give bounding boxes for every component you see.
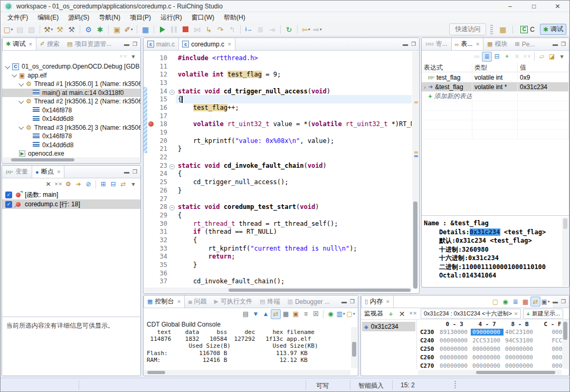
gutter-line-35[interactable] — [147, 261, 155, 269]
expander-icon[interactable] — [18, 81, 24, 87]
pin-memory-icon[interactable]: ◉ — [500, 297, 510, 307]
memory-cell[interactable]: 00000000 — [471, 354, 504, 361]
back-icon[interactable]: ⇦▾ — [300, 24, 311, 35]
memory-cell[interactable]: FCC5 — [536, 337, 562, 344]
remove-breakpoint-icon[interactable]: ✕ — [43, 179, 53, 189]
maximize-view-icon[interactable]: ❐ — [132, 41, 137, 47]
maximize-view-icon[interactable]: ❐ — [561, 299, 566, 304]
word-wrap-icon[interactable]: ≡ — [301, 309, 311, 319]
memory-cell[interactable]: 00000000 — [438, 362, 471, 369]
gutter-line-36[interactable] — [147, 269, 155, 278]
open-perspective-icon[interactable]: ▦ — [497, 24, 508, 35]
column-header-1[interactable]: 类型 — [472, 63, 518, 72]
memory-cell[interactable]: 00000000 — [438, 354, 471, 361]
column-header-2[interactable]: 值 — [518, 63, 569, 72]
gutter-line-30[interactable] — [147, 219, 155, 228]
expression-detail-pane[interactable]: Name : &test_flag Details:0x31c234 <test… — [422, 215, 569, 287]
debug-tree-item[interactable]: ⚙Thread #1 [rk3506.0] 1 (Name: rk3506. — [2, 80, 140, 89]
quick-access-button[interactable]: 快速访问 — [449, 23, 486, 35]
tab-console[interactable]: ▦控制台✕ — [144, 295, 185, 308]
minimize-icon[interactable]: – — [498, 1, 522, 12]
view-menu-icon[interactable]: ▾ — [128, 179, 138, 189]
tab-debug-bug[interactable]: ✱调试✕ — [2, 38, 36, 50]
debug-hscrollbar[interactable] — [3, 157, 140, 162]
editor-hscrollbar[interactable] — [144, 288, 412, 293]
pin-view-icon[interactable]: ◪ — [547, 52, 557, 62]
expression-row[interactable]: ›➜&test_flagvolatile int *0x31c234 — [422, 82, 569, 92]
gutter-line-15[interactable] — [147, 95, 155, 103]
memory-cell[interactable]: 0000 — [536, 346, 562, 352]
gutter-line-22[interactable] — [147, 153, 155, 161]
gutter-line-17[interactable] — [147, 112, 155, 120]
memory-cell[interactable]: 00000000 — [504, 346, 536, 352]
link-console-icon[interactable]: ⇄ — [271, 309, 281, 319]
close-icon[interactable]: ✕ — [546, 1, 569, 12]
breakpoint-checkbox[interactable]: ✓ — [5, 192, 12, 198]
debug-tree-item[interactable]: 0x146f878 — [2, 106, 140, 115]
breakpoint-item[interactable]: ✓➜[函数: main] — [2, 190, 140, 199]
gutter-line-34[interactable] — [147, 253, 155, 261]
tab-executables[interactable]: ▶可执行文件 — [211, 295, 256, 308]
memory-rendering-tab[interactable]: 0x31c234 : 0x31C234 <十六进制> ✕ — [421, 309, 521, 319]
debug-tree-item[interactable]: 0x14dd6d8 — [2, 141, 140, 150]
detail-vscrollbar[interactable] — [562, 217, 568, 286]
expander-icon[interactable] — [12, 72, 17, 78]
gutter-line-11[interactable] — [147, 62, 155, 71]
debug-tree-item[interactable]: main() at main.c:14 0x3118f0 — [2, 89, 140, 98]
gutter-line-24[interactable] — [147, 170, 155, 178]
console-hscrollbar[interactable] — [144, 370, 350, 375]
remove-all-breakpoints-icon[interactable]: ✕✕ — [53, 179, 63, 189]
view-menu-icon[interactable]: ▾ — [557, 52, 567, 62]
tab-expressions[interactable]: ∞表...✕ — [451, 38, 483, 50]
resume-icon[interactable] — [157, 24, 168, 35]
maximize-view-icon[interactable]: ❐ — [561, 41, 566, 47]
maximize-icon[interactable]: □ — [522, 1, 546, 12]
close-tab-icon[interactable]: ✕ — [177, 299, 181, 304]
menu-帮助(H)[interactable]: 帮助(H) — [219, 12, 250, 23]
tab-c-file[interactable]: cmain.c — [144, 38, 178, 50]
minimize-view-icon[interactable]: ▬ — [403, 41, 408, 47]
breakpoint-marker[interactable] — [147, 120, 155, 129]
remote-console-icon[interactable]: ▦ — [140, 24, 151, 35]
add-expression-icon[interactable]: + — [502, 52, 512, 62]
c-perspective-button[interactable]: C C — [517, 25, 538, 34]
tab-debugger-console[interactable]: ▥Debugger ... — [283, 295, 333, 308]
memory-table[interactable]: 0 - 34 - 78 - BC - FC2308913000009000000… — [418, 320, 562, 369]
tab-problems[interactable]: ◙问题 — [185, 295, 211, 308]
menu-导航(N)[interactable]: 导航(N) — [94, 12, 125, 23]
new-expressions-view-icon[interactable]: ▱ — [537, 52, 547, 62]
menu-源码(S)[interactable]: 源码(S) — [63, 12, 94, 23]
menu-运行(R)[interactable]: 运行(R) — [156, 12, 187, 23]
tab-modules[interactable]: ▦模块 — [483, 38, 511, 50]
collapse-all-icon[interactable]: ⊟ — [108, 179, 118, 189]
debug-tree-item[interactable]: ⚙Thread #3 [rk3506.2] 3 (Name: rk3506. — [2, 123, 140, 132]
maximize-view-icon[interactable]: ❐ — [132, 169, 137, 175]
collapse-all-icon[interactable]: ⊟ — [492, 52, 502, 62]
tab-search[interactable]: ✐搜索 — [36, 38, 63, 50]
hide-breakpoints-icon[interactable]: ⊘ — [83, 179, 93, 189]
gutter-line-29[interactable] — [147, 211, 155, 219]
open-resource-icon[interactable]: ▣ — [111, 24, 122, 35]
debug-tree-item[interactable]: ⚙Thread #2 [rk3506.1] 2 (Name: rk3506. — [2, 97, 140, 106]
memory-cell[interactable]: 00000000 — [438, 346, 471, 352]
memory-cell[interactable]: 00000000 — [471, 362, 504, 369]
expand-all-icon[interactable]: ⊞ — [98, 179, 108, 189]
editor-vscrollbar[interactable] — [412, 51, 419, 286]
step-over-icon[interactable]: ↷ — [215, 24, 226, 35]
menu-窗口(W)[interactable]: 窗口(W) — [187, 12, 219, 23]
memory-cell[interactable]: 0000 — [536, 329, 562, 336]
tab-variables[interactable]: (x)=变量 — [2, 166, 32, 178]
gutter-line-31[interactable] — [147, 227, 155, 236]
memory-cell[interactable]: 00000000 — [438, 337, 471, 344]
show-logical-structure-icon[interactable]: ≣ — [482, 52, 492, 62]
close-tab-icon[interactable]: ✕ — [28, 42, 33, 47]
memory-cell[interactable]: 40C23100 — [504, 329, 536, 336]
gutter-line-26[interactable] — [147, 186, 155, 195]
tab-peripherals[interactable]: ⊞Pe... — [511, 38, 538, 50]
tab-registers[interactable]: 1010寄... — [422, 38, 451, 50]
menu-编辑(E)[interactable]: 编辑(E) — [33, 12, 63, 23]
gutter-line-28[interactable] — [147, 203, 155, 211]
column-header-0[interactable]: 表达式 — [422, 63, 472, 72]
clear-console-icon[interactable]: ☒ — [311, 309, 321, 319]
expression-row[interactable]: ›(x)=test_flagvolatile int0x9 — [422, 73, 569, 82]
